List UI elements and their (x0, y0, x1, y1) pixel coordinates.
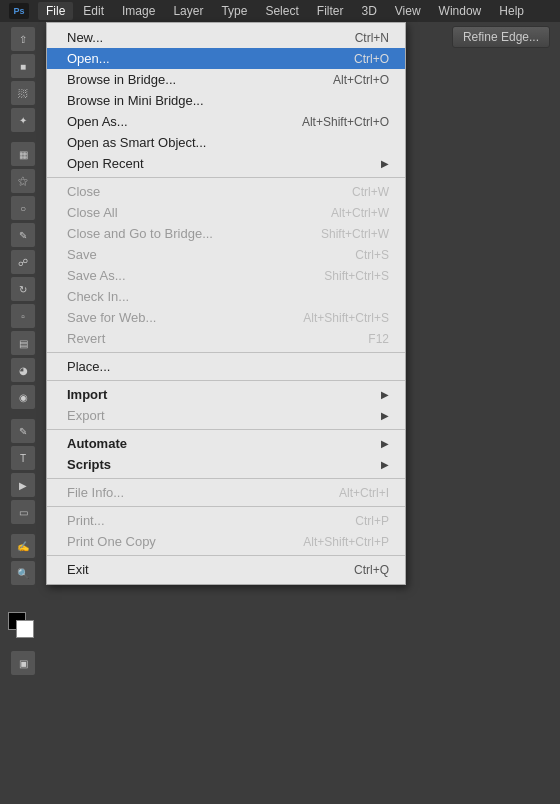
menu-label-file-info: File Info... (67, 485, 124, 500)
separator-after-scripts (47, 478, 405, 479)
menu-image[interactable]: Image (114, 2, 163, 20)
menu-item-open-as[interactable]: Open As...Alt+Shift+Ctrl+O (47, 111, 405, 132)
menu-shortcut-open-as: Alt+Shift+Ctrl+O (302, 115, 389, 129)
hand-tool-icon[interactable]: ✍ (11, 534, 35, 558)
menu-item-new[interactable]: New...Ctrl+N (47, 27, 405, 48)
menu-help[interactable]: Help (491, 2, 532, 20)
top-right-area: Refine Edge... (452, 22, 550, 52)
menu-layer[interactable]: Layer (165, 2, 211, 20)
menu-shortcut-open: Ctrl+O (354, 52, 389, 66)
menu-label-save-web: Save for Web... (67, 310, 156, 325)
menu-item-import[interactable]: Import▶ (47, 384, 405, 405)
menu-window[interactable]: Window (431, 2, 490, 20)
menu-edit[interactable]: Edit (75, 2, 112, 20)
eyedropper-icon[interactable]: ⚝ (11, 169, 35, 193)
separator-after-export (47, 429, 405, 430)
menu-arrow-import: ▶ (381, 389, 389, 400)
menu-label-print-one-copy: Print One Copy (67, 534, 156, 549)
menu-view[interactable]: View (387, 2, 429, 20)
pen-tool-icon[interactable]: ✎ (11, 419, 35, 443)
menu-item-print-one-copy: Print One CopyAlt+Shift+Ctrl+P (47, 531, 405, 552)
separator-after-print-one-copy (47, 555, 405, 556)
menu-item-save-web: Save for Web...Alt+Shift+Ctrl+S (47, 307, 405, 328)
menu-label-save: Save (67, 247, 97, 262)
menu-bar: Ps File Edit Image Layer Type Select Fil… (0, 0, 560, 22)
menu-label-place: Place... (67, 359, 110, 374)
healing-brush-icon[interactable]: ○ (11, 196, 35, 220)
lasso-tool-icon[interactable]: ⛆ (11, 81, 35, 105)
separator-after-open-recent (47, 177, 405, 178)
background-color-swatch[interactable] (16, 620, 34, 638)
menu-label-open: Open... (67, 51, 110, 66)
menu-arrow-export: ▶ (381, 410, 389, 421)
menu-label-save-as: Save As... (67, 268, 126, 283)
history-brush-icon[interactable]: ↻ (11, 277, 35, 301)
file-dropdown-menu: New...Ctrl+NOpen...Ctrl+OBrowse in Bridg… (46, 22, 406, 585)
menu-item-save: SaveCtrl+S (47, 244, 405, 265)
marquee-tool-icon[interactable]: ■ (11, 54, 35, 78)
menu-label-scripts: Scripts (67, 457, 111, 472)
menu-item-save-as: Save As...Shift+Ctrl+S (47, 265, 405, 286)
screen-mode-icon[interactable]: ▣ (11, 651, 35, 675)
menu-item-close-go-bridge: Close and Go to Bridge...Shift+Ctrl+W (47, 223, 405, 244)
menu-item-browse-bridge[interactable]: Browse in Bridge...Alt+Ctrl+O (47, 69, 405, 90)
menu-item-export: Export▶ (47, 405, 405, 426)
menu-shortcut-print-one-copy: Alt+Shift+Ctrl+P (303, 535, 389, 549)
menu-label-close-go-bridge: Close and Go to Bridge... (67, 226, 213, 241)
menu-item-print: Print...Ctrl+P (47, 510, 405, 531)
menu-shortcut-close-go-bridge: Shift+Ctrl+W (321, 227, 389, 241)
magic-wand-icon[interactable]: ✦ (11, 108, 35, 132)
refine-edge-button[interactable]: Refine Edge... (452, 26, 550, 48)
menu-select[interactable]: Select (257, 2, 306, 20)
menu-shortcut-save-web: Alt+Shift+Ctrl+S (303, 311, 389, 325)
crop-tool-icon[interactable]: ▦ (11, 142, 35, 166)
menu-label-new: New... (67, 30, 103, 45)
brush-tool-icon[interactable]: ✎ (11, 223, 35, 247)
menu-item-check-in: Check In... (47, 286, 405, 307)
menu-shortcut-close-all: Alt+Ctrl+W (331, 206, 389, 220)
menu-item-open-recent[interactable]: Open Recent▶ (47, 153, 405, 174)
text-tool-icon[interactable]: T (11, 446, 35, 470)
menu-shortcut-save: Ctrl+S (355, 248, 389, 262)
menu-label-browse-bridge: Browse in Bridge... (67, 72, 176, 87)
menu-shortcut-revert: F12 (368, 332, 389, 346)
separator-after-file-info (47, 506, 405, 507)
menu-shortcut-new: Ctrl+N (355, 31, 389, 45)
menu-label-browse-mini-bridge: Browse in Mini Bridge... (67, 93, 204, 108)
stamp-tool-icon[interactable]: ☍ (11, 250, 35, 274)
menu-item-open[interactable]: Open...Ctrl+O (47, 48, 405, 69)
menu-label-open-as: Open As... (67, 114, 128, 129)
menu-label-close-all: Close All (67, 205, 118, 220)
menu-type[interactable]: Type (213, 2, 255, 20)
gradient-tool-icon[interactable]: ▤ (11, 331, 35, 355)
menu-item-close-all: Close AllAlt+Ctrl+W (47, 202, 405, 223)
menu-shortcut-browse-bridge: Alt+Ctrl+O (333, 73, 389, 87)
menu-3d[interactable]: 3D (353, 2, 384, 20)
dodge-tool-icon[interactable]: ◉ (11, 385, 35, 409)
menu-item-revert: RevertF12 (47, 328, 405, 349)
eraser-tool-icon[interactable]: ▫ (11, 304, 35, 328)
menu-label-exit: Exit (67, 562, 89, 577)
separator-after-revert (47, 352, 405, 353)
menu-file[interactable]: File (38, 2, 73, 20)
menu-label-open-recent: Open Recent (67, 156, 144, 171)
menu-item-browse-mini-bridge[interactable]: Browse in Mini Bridge... (47, 90, 405, 111)
move-tool-icon[interactable]: ⇧ (11, 27, 35, 51)
menu-item-file-info: File Info...Alt+Ctrl+I (47, 482, 405, 503)
menu-arrow-open-recent: ▶ (381, 158, 389, 169)
zoom-tool-icon[interactable]: 🔍 (11, 561, 35, 585)
menu-label-revert: Revert (67, 331, 105, 346)
menu-item-automate[interactable]: Automate▶ (47, 433, 405, 454)
menu-item-exit[interactable]: ExitCtrl+Q (47, 559, 405, 580)
menu-label-open-smart-object: Open as Smart Object... (67, 135, 206, 150)
path-selection-icon[interactable]: ▶ (11, 473, 35, 497)
menu-label-automate: Automate (67, 436, 127, 451)
blur-tool-icon[interactable]: ◕ (11, 358, 35, 382)
shape-tool-icon[interactable]: ▭ (11, 500, 35, 524)
menu-label-close: Close (67, 184, 100, 199)
menu-item-scripts[interactable]: Scripts▶ (47, 454, 405, 475)
menu-item-place[interactable]: Place... (47, 356, 405, 377)
menu-filter[interactable]: Filter (309, 2, 352, 20)
menu-label-export: Export (67, 408, 105, 423)
menu-item-open-smart-object[interactable]: Open as Smart Object... (47, 132, 405, 153)
